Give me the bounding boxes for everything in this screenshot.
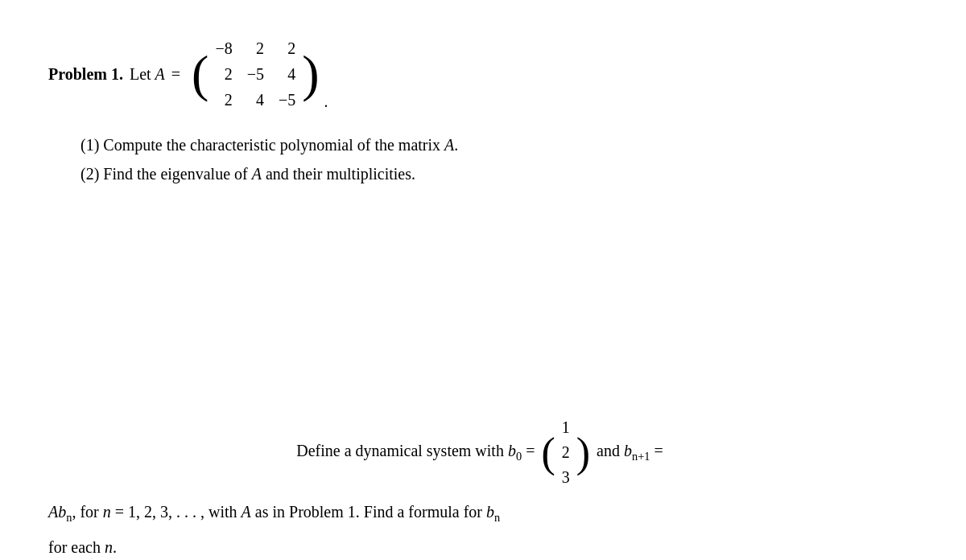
matrix-cell-21: 4 [247, 87, 264, 113]
with-text: with A as in Problem 1. Find a formula f… [208, 503, 500, 521]
matrix-cell-02: 2 [279, 35, 295, 61]
sub-items: (1) Compute the characteristic polynomia… [80, 130, 918, 188]
matrix-cell-20: 2 [215, 87, 232, 113]
A-variable: A [155, 65, 165, 83]
matrix-cell-11: −5 [247, 61, 264, 87]
for-each-n: for each n. [48, 533, 918, 560]
sub-item-1: (1) Compute the characteristic polynomia… [80, 130, 918, 159]
problem-label: Problem 1. [48, 65, 123, 84]
b0-cell-1: 2 [562, 440, 570, 465]
equals-sign: = [171, 65, 180, 84]
matrix-cell-10: 2 [215, 61, 232, 87]
period: . [324, 93, 328, 111]
b0-cell-2: 3 [562, 465, 570, 490]
b0-right-paren: ) [576, 432, 590, 474]
b0-cell-0: 1 [562, 415, 570, 440]
dynamical-prefix: Define a dynamical system with b0 = [296, 442, 535, 463]
matrix-cell-22: −5 [279, 87, 295, 113]
page-content: Problem 1. Let A = ( −8 2 2 2 −5 4 2 4 −… [48, 32, 918, 560]
dynamical-section: Define a dynamical system with b0 = ( 1 … [48, 414, 918, 492]
b0-vector: ( 1 2 3 ) [541, 414, 590, 492]
matrix-cell-12: 4 [279, 61, 295, 87]
right-paren: ) [302, 48, 319, 100]
left-paren: ( [192, 48, 208, 100]
let-text: Let A [130, 65, 165, 84]
bottom-line: Abn, for n = 1, 2, 3, . . . , with A as … [48, 498, 918, 527]
matrix-cell-01: 2 [247, 35, 264, 61]
matrix-A: ( −8 2 2 2 −5 4 2 4 −5 ) [192, 32, 319, 116]
matrix-cell-00: −8 [215, 35, 232, 61]
problem-header: Problem 1. Let A = ( −8 2 2 2 −5 4 2 4 −… [48, 32, 918, 116]
b0-grid: 1 2 3 [555, 414, 576, 492]
b0-left-paren: ( [541, 432, 555, 474]
sub-item-2: (2) Find the eigenvalue of A and their m… [80, 159, 918, 188]
and-text: and bn+1 = [597, 442, 663, 463]
matrix-grid: −8 2 2 2 −5 4 2 4 −5 [210, 32, 300, 116]
